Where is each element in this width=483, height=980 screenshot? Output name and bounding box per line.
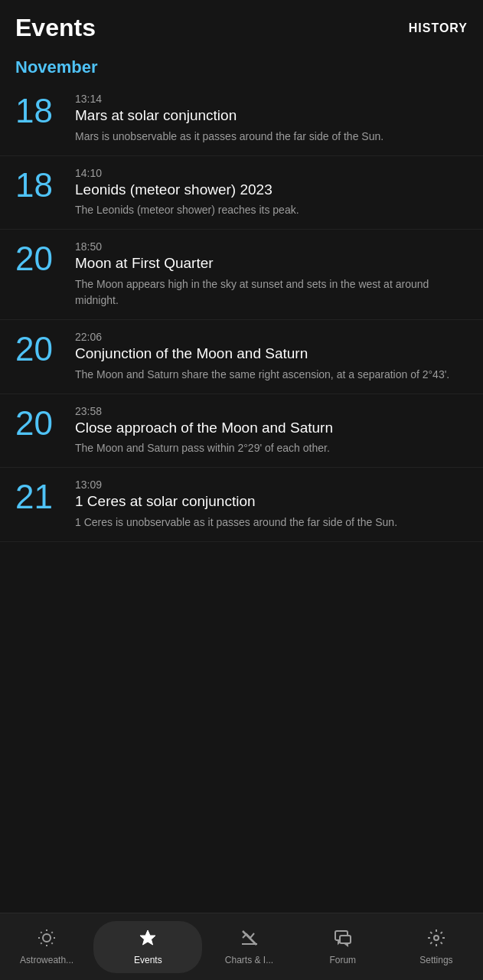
nav-label-settings: Settings [419, 955, 452, 965]
event-time: 14:10 [75, 167, 468, 179]
nav-label-forum: Forum [329, 955, 356, 965]
event-title: Mars at solar conjunction [75, 106, 468, 126]
event-title: Close approach of the Moon and Saturn [75, 419, 468, 438]
month-label: November [0, 50, 483, 82]
event-day: 20 [15, 242, 67, 276]
event-desc: The Moon and Saturn pass within 2°29' of… [75, 440, 468, 456]
nav-label-events: Events [134, 955, 162, 965]
event-time: 18:50 [75, 240, 468, 253]
event-content: 13:14 Mars at solar conjunction Mars is … [67, 93, 468, 145]
svg-line-4 [51, 942, 52, 943]
svg-line-3 [41, 932, 41, 933]
nav-item-events[interactable]: Events [93, 921, 202, 973]
event-content: 23:58 Close approach of the Moon and Sat… [67, 405, 468, 457]
event-desc: The Moon appears high in the sky at suns… [75, 276, 468, 309]
history-button[interactable]: HISTORY [409, 21, 468, 35]
event-day: 21 [15, 480, 67, 514]
svg-marker-9 [140, 930, 155, 945]
event-title: Conjunction of the Moon and Saturn [75, 345, 468, 364]
nav-label-charts: Charts & I... [225, 955, 273, 965]
event-item[interactable]: 20 18:50 Moon at First Quarter The Moon … [0, 230, 483, 320]
event-desc: Mars is unobservable as it passes around… [75, 129, 468, 145]
settings-icon [427, 929, 445, 952]
events-list: 18 13:14 Mars at solar conjunction Mars … [0, 82, 483, 980]
event-desc: The Moon and Saturn share the same right… [75, 367, 468, 383]
event-time: 13:09 [75, 479, 468, 491]
nav-item-charts[interactable]: Charts & I... [202, 923, 295, 972]
star-icon [139, 929, 157, 952]
chart-icon [240, 929, 259, 952]
event-item[interactable]: 20 22:06 Conjunction of the Moon and Sat… [0, 320, 483, 394]
event-item[interactable]: 21 13:09 1 Ceres at solar conjunction 1 … [0, 468, 483, 542]
event-title: Leonids (meteor shower) 2023 [75, 181, 468, 200]
svg-point-14 [434, 936, 439, 940]
nav-label-astroweather: Astroweath... [20, 955, 73, 965]
page-title: Events [15, 14, 96, 42]
svg-point-0 [43, 934, 51, 942]
event-day: 18 [15, 168, 67, 202]
event-day: 20 [15, 407, 67, 440]
event-content: 14:10 Leonids (meteor shower) 2023 The L… [67, 167, 468, 219]
event-time: 23:58 [75, 405, 468, 417]
event-desc: 1 Ceres is unobservable as it passes aro… [75, 514, 468, 531]
event-title: 1 Ceres at solar conjunction [75, 492, 468, 511]
event-content: 13:09 1 Ceres at solar conjunction 1 Cer… [67, 479, 468, 531]
sun-icon [38, 929, 56, 952]
event-item[interactable]: 20 23:58 Close approach of the Moon and … [0, 394, 483, 469]
nav-item-forum[interactable]: Forum [296, 923, 390, 972]
event-title: Moon at First Quarter [75, 254, 468, 273]
event-day: 18 [15, 94, 67, 128]
event-item[interactable]: 18 13:14 Mars at solar conjunction Mars … [0, 82, 483, 156]
event-content: 22:06 Conjunction of the Moon and Saturn… [67, 331, 468, 383]
event-time: 13:14 [75, 93, 468, 105]
bottom-nav: Astroweath... Events Charts & I... [0, 913, 483, 980]
event-desc: The Leonids (meteor shower) reaches its … [75, 202, 468, 218]
svg-line-7 [41, 942, 41, 943]
header: Events HISTORY [0, 0, 483, 50]
svg-line-8 [51, 932, 52, 933]
nav-item-settings[interactable]: Settings [390, 923, 483, 972]
forum-icon [334, 929, 352, 952]
event-item[interactable]: 18 14:10 Leonids (meteor shower) 2023 Th… [0, 156, 483, 230]
event-time: 22:06 [75, 331, 468, 343]
event-content: 18:50 Moon at First Quarter The Moon app… [67, 240, 468, 309]
nav-item-astroweather[interactable]: Astroweath... [0, 923, 93, 972]
svg-rect-13 [340, 936, 351, 943]
event-day: 20 [15, 332, 67, 366]
